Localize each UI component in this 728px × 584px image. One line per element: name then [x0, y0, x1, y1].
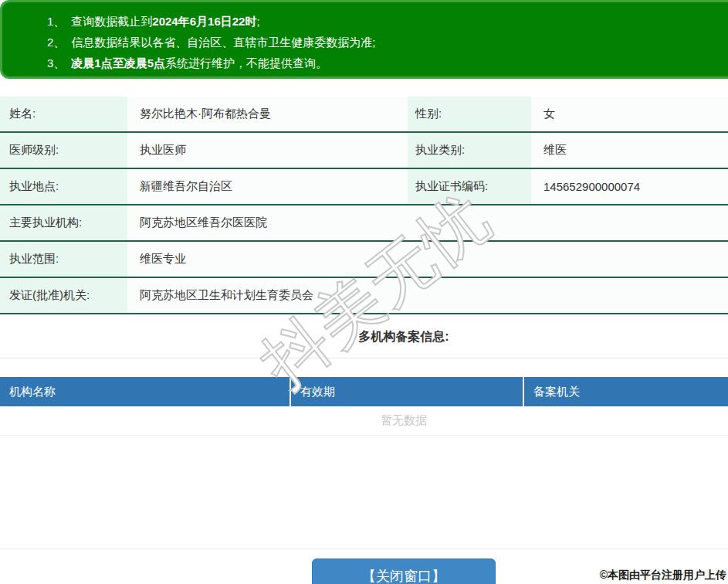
- divider: [0, 358, 728, 358]
- column-header-filing-authority: 备案机关: [523, 377, 728, 406]
- name-label: 姓名:: [0, 97, 127, 131]
- gender-label: 性别:: [408, 97, 531, 131]
- notice-text: ;: [256, 15, 259, 28]
- main-org-label: 主要执业机构:: [0, 205, 127, 240]
- notice-line-2: 2、信息数据结果以各省、自治区、直辖市卫生健康委数据为准;: [47, 32, 728, 53]
- notice-line-1: 1、查询数据截止到2024年6月16日22时;: [47, 11, 728, 32]
- doctor-info-table: 姓名: 努尔比艳木·阿布都热合曼 性别: 女 医师级别: 执业医师 执业类别: …: [0, 97, 728, 314]
- issuer-value: 阿克苏地区卫生和计划生育委员会: [127, 278, 728, 313]
- level-value: 执业医师: [127, 133, 408, 168]
- notice-line-3: 3、凌晨1点至凌晨5点系统进行维护，不能提供查询。: [47, 53, 728, 73]
- table-row: 发证(批准)机关: 阿克苏地区卫生和计划生育委员会: [0, 278, 728, 314]
- filing-table-header: 机构名称 有效期 备案机关: [0, 377, 728, 406]
- notice-banner: 1、查询数据截止到2024年6月16日22时; 2、信息数据结果以各省、自治区、…: [0, 0, 728, 79]
- location-label: 执业地点:: [0, 169, 127, 204]
- notice-text: 系统进行维护，不能提供查询。: [165, 56, 327, 70]
- notice-number: 1、: [47, 15, 65, 28]
- empty-data-message: 暂无数据: [0, 406, 728, 436]
- level-label: 医师级别:: [0, 133, 127, 168]
- column-header-org-name: 机构名称: [0, 377, 290, 406]
- scope-value: 维医专业: [127, 242, 728, 277]
- table-row: 执业范围: 维医专业: [0, 242, 728, 278]
- notice-text: 信息数据结果以各省、自治区、直辖市卫生健康委数据为准;: [71, 36, 375, 49]
- page: 1、查询数据截止到2024年6月16日22时; 2、信息数据结果以各省、自治区、…: [0, 0, 728, 584]
- spacer: [0, 436, 728, 548]
- upload-credit-text: ©本图由平台注册用户上传: [600, 569, 726, 582]
- notice-bold-text: 凌晨1点至凌晨5点: [71, 56, 165, 70]
- table-row: 执业地点: 新疆维吾尔自治区 执业证书编码: 145652900000074: [0, 169, 728, 205]
- issuer-label: 发证(批准)机关:: [0, 278, 127, 313]
- category-value: 维医: [531, 133, 728, 168]
- cert-no-label: 执业证书编码:: [408, 169, 531, 204]
- table-row: 医师级别: 执业医师 执业类别: 维医: [0, 133, 728, 169]
- close-window-button[interactable]: 【关闭窗口】: [312, 559, 496, 584]
- table-row: 姓名: 努尔比艳木·阿布都热合曼 性别: 女: [0, 97, 728, 133]
- table-row: 主要执业机构: 阿克苏地区维吾尔医医院: [0, 205, 728, 242]
- location-value: 新疆维吾尔自治区: [127, 169, 408, 204]
- notice-bold-text: 2024年6月16日22时: [152, 15, 256, 28]
- gender-value: 女: [531, 97, 728, 131]
- filing-section-title: 多机构备案信息:: [0, 329, 728, 345]
- name-value: 努尔比艳木·阿布都热合曼: [127, 97, 408, 131]
- column-header-validity: 有效期: [290, 377, 523, 406]
- notice-number: 3、: [47, 56, 65, 70]
- scope-label: 执业范围:: [0, 242, 127, 277]
- category-label: 执业类别:: [408, 133, 531, 168]
- main-org-value: 阿克苏地区维吾尔医医院: [127, 205, 728, 240]
- notice-text: 查询数据截止到: [71, 15, 152, 28]
- notice-number: 2、: [47, 36, 65, 49]
- cert-no-value: 145652900000074: [531, 169, 728, 204]
